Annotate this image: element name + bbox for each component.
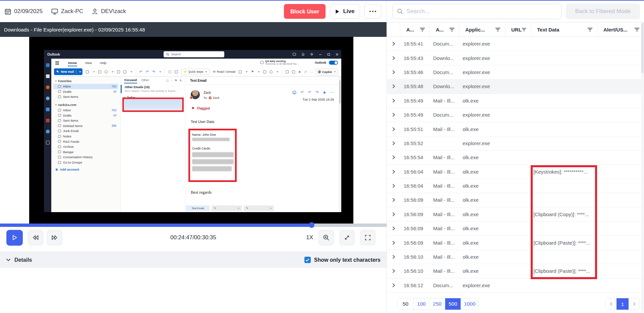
row-expander-icon[interactable] — [392, 198, 395, 202]
text-only-label: Show only text characters — [314, 257, 380, 263]
details-toggle[interactable]: Details — [6, 257, 32, 263]
row-expander-icon[interactable] — [392, 113, 395, 117]
cell-application: olk.exe — [459, 98, 505, 104]
table-row[interactable]: 16:56:12Docum...explorer.exe — [387, 278, 644, 293]
message-group: Other Emails (10) Ali in Teams: There's … — [121, 84, 185, 94]
monitor-icon — [51, 8, 58, 15]
outlook-scrollbar — [339, 77, 341, 212]
page-size-100[interactable]: 100 — [413, 298, 429, 310]
table-row[interactable]: 16:56:10Mail - Ill...olk.exe — [387, 250, 644, 264]
copilot-icon — [318, 70, 321, 73]
filter-icon[interactable] — [420, 27, 425, 32]
search-input[interactable] — [407, 8, 557, 15]
table-row[interactable]: 16:55:51Mail - Ill...olk.exe — [387, 122, 644, 136]
more-options-button[interactable] — [364, 4, 381, 19]
row-expander-icon[interactable] — [392, 155, 395, 160]
new-mail-label: New mail — [61, 70, 74, 73]
play-button[interactable] — [6, 230, 23, 246]
row-expander-icon[interactable] — [392, 283, 395, 288]
live-button[interactable]: Live — [330, 4, 360, 19]
session-user-label: DEV\zack — [101, 8, 126, 15]
cell-application: explorer.exe — [459, 69, 505, 75]
folder-label: Sent Items — [63, 95, 78, 99]
current-page-button[interactable]: 1 — [617, 298, 629, 310]
page-size-50[interactable]: 50 — [398, 298, 413, 310]
prev-page-button[interactable] — [605, 298, 617, 310]
table-row[interactable]: 16:55:46Docum...explorer.exe — [387, 65, 644, 79]
apps-grid-icon — [46, 141, 50, 144]
filter-icon[interactable] — [449, 27, 455, 32]
table-row[interactable]: 16:55:49Docum...explorer.exe — [387, 108, 644, 122]
row-expander-icon[interactable] — [392, 212, 395, 216]
table-row[interactable]: 16:56:09Mail - Ill...olk.exe[Clipboard (… — [387, 236, 644, 250]
cell-application: olk.exe — [459, 183, 505, 189]
table-row[interactable]: 16:56:09Mail - Ill...olk.exe[Clipboard (… — [387, 207, 644, 222]
cell-application: explorer.exe — [459, 55, 505, 61]
table-row[interactable]: 16:55:52explorer.exe — [387, 136, 644, 150]
fast-forward-button[interactable] — [47, 230, 62, 245]
filter-icon[interactable] — [495, 27, 501, 32]
folder-label: Sent Items — [63, 119, 78, 122]
text-only-checkbox[interactable] — [304, 257, 311, 263]
table-row[interactable]: 16:56:10Mail - Ill...olk.exe[Clipboard (… — [387, 264, 644, 278]
table-row[interactable]: 16:56:04Mail - Ill...olk.exe — [387, 179, 644, 193]
table-scrollbar[interactable] — [641, 23, 644, 312]
page-size-250[interactable]: 250 — [429, 298, 445, 310]
row-expander-icon[interactable] — [392, 255, 395, 259]
session-meta: 02/09/2025 Zack-PC DEV\zack — [5, 8, 126, 15]
list-tab-focused: Focused — [124, 77, 137, 83]
table-row[interactable]: 16:56:04Mail - Ill...olk.exe[Keystrokes]… — [387, 165, 644, 179]
cell-activity: Mail - Ill... — [429, 197, 459, 203]
page-size-500[interactable]: 500 — [445, 298, 461, 310]
notes-icon — [293, 53, 296, 56]
cell-application: explorer.exe — [459, 112, 505, 118]
row-expander-icon[interactable] — [392, 56, 395, 60]
play-icon — [335, 9, 340, 14]
back-to-filtered-mode-button[interactable]: Back to Filtered Mode — [566, 4, 640, 19]
page-size-1000[interactable]: 1000 — [461, 298, 478, 310]
row-expander-icon[interactable] — [392, 42, 395, 46]
resize-button[interactable] — [339, 230, 355, 245]
message-action-icons: ↶ ↶ ↷ ◈ ⋯ — [292, 90, 334, 95]
table-row[interactable]: 16:55:48Downlo...explorer.exe — [387, 79, 644, 93]
filter-icon[interactable] — [634, 27, 640, 32]
session-date-label: 02/09/2025 — [14, 8, 43, 15]
video-stage: Outlook Search — [0, 37, 387, 224]
row-expander-icon[interactable] — [392, 241, 395, 245]
zoom-in-button[interactable] — [318, 230, 334, 245]
column-header: Applic... — [459, 22, 505, 37]
table-row[interactable]: 16:55:54Mail - Ill...olk.exe — [387, 150, 644, 165]
outlook-app-rail — [44, 59, 51, 212]
table-row[interactable]: 16:56:09Mail - Ill...olk.exe — [387, 193, 644, 207]
reply-icon: ↶ — [139, 70, 142, 74]
row-expander-icon[interactable] — [392, 170, 395, 174]
row-expander-icon[interactable] — [392, 99, 395, 103]
next-page-button[interactable] — [629, 298, 640, 310]
to-label: To: — [203, 96, 208, 100]
folder-label: Drafts — [63, 114, 71, 117]
row-expander-icon[interactable] — [392, 70, 395, 74]
filter-icon[interactable] — [587, 27, 593, 32]
add-account-button: ⊕Add account — [55, 168, 120, 171]
row-expander-icon[interactable] — [392, 269, 395, 273]
table-row[interactable]: 16:55:43Downlo...explorer.exe — [387, 51, 644, 65]
fullscreen-button[interactable] — [360, 230, 375, 245]
outlook-nav-item: Sent Items — [51, 94, 120, 100]
seek-bar[interactable] — [0, 224, 387, 227]
table-row[interactable]: 16:56:09Mail - Ill...olk.exe — [387, 222, 644, 236]
emoji-icon — [292, 90, 296, 95]
report-icon — [105, 70, 108, 73]
table-row[interactable]: 16:55:41Docum...explorer.exe — [387, 37, 644, 51]
row-expander-icon[interactable] — [392, 84, 395, 88]
block-user-button[interactable]: Block User — [284, 4, 326, 19]
row-expander-icon[interactable] — [392, 127, 395, 131]
row-expander-icon[interactable] — [392, 141, 395, 145]
playback-speed-button[interactable]: 1X — [306, 234, 313, 241]
folder-icon — [58, 109, 61, 112]
table-row[interactable]: 16:55:49Mail - Ill...olk.exe — [387, 94, 644, 108]
row-expander-icon[interactable] — [392, 226, 395, 231]
filter-icon[interactable] — [522, 27, 526, 32]
row-expander-icon[interactable] — [392, 184, 395, 188]
table-search — [392, 4, 562, 19]
rewind-button[interactable] — [28, 230, 43, 245]
